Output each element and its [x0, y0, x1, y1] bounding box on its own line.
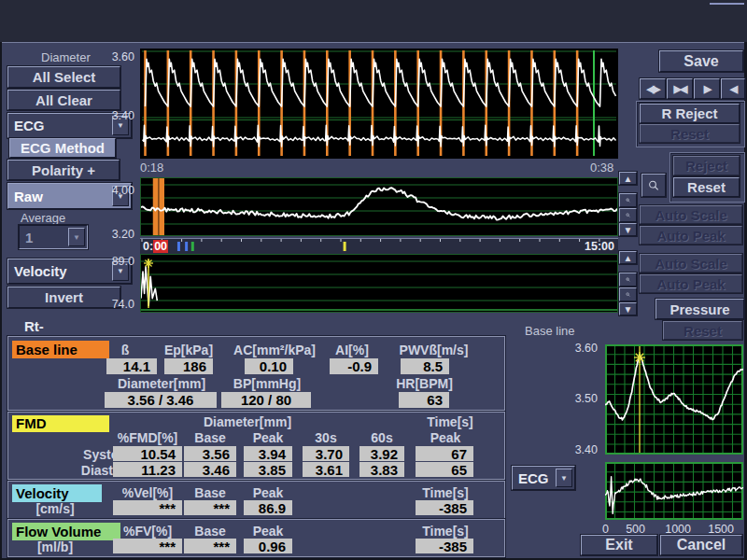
trend-y-max: 4.00	[101, 184, 134, 197]
col-header: %FV[%]	[111, 524, 184, 539]
value-box: 3.70	[303, 446, 349, 461]
col-header: PWVß[m/s]	[389, 343, 478, 357]
value-box: 0.10	[245, 358, 293, 374]
pressure-reset-button[interactable]: Reset	[663, 321, 742, 340]
velocity-tag: Velocity	[12, 484, 102, 502]
col-header: Base	[184, 430, 236, 445]
collapse-arrows-icon: ▶◀	[674, 83, 686, 95]
chart-preview-ecg	[605, 462, 743, 520]
value-box: 0.96	[244, 539, 292, 553]
chevron-down-icon[interactable]: ▼	[556, 469, 572, 487]
strip-time-end: 0:38	[590, 161, 613, 175]
value-box: 67	[416, 446, 473, 461]
expand-arrows-icon: ◀▶	[647, 83, 659, 95]
chart-trend[interactable]	[140, 177, 618, 236]
up-arrow-icon[interactable]: ▲	[619, 251, 637, 264]
chevron-down-icon[interactable]: ▼	[68, 228, 85, 246]
nav-forward-button[interactable]: ▶	[694, 78, 720, 99]
value-box: 63	[399, 392, 449, 408]
preview-ecg-dropdown[interactable]: ECG ▼	[512, 466, 575, 490]
raw-value: Raw	[14, 189, 43, 204]
col-header: HR[BPM]	[389, 376, 459, 391]
ecg-method-button[interactable]: ECG Method	[9, 138, 116, 158]
velocity-mode-value: Velocity	[14, 263, 67, 279]
reject-reset-button[interactable]: Reset	[673, 177, 740, 197]
pressure-button[interactable]: Pressure	[655, 299, 744, 319]
ecg-mode-value: ECG	[14, 118, 45, 133]
flow-unit: [ml/b]	[18, 539, 92, 554]
reject-button[interactable]: Reject	[673, 156, 740, 175]
auto-peak-trend-button[interactable]: Auto Peak	[640, 226, 742, 245]
exit-button[interactable]: Exit	[581, 535, 657, 555]
col-header: %Vel[%]	[111, 485, 184, 500]
value-box: 3.83	[359, 462, 404, 477]
down-arrow-icon[interactable]: ▼	[619, 223, 637, 236]
all-select-button[interactable]: All Select	[7, 66, 120, 88]
col-header: Peak	[417, 430, 473, 445]
col-header: Base	[184, 485, 236, 500]
nav-back-button[interactable]: ◀	[721, 78, 745, 99]
nav-collapse-button[interactable]: ▶◀	[667, 78, 693, 99]
preview-x-tick: 500	[619, 523, 645, 536]
r-reject-button[interactable]: R Reject	[640, 104, 740, 123]
velocity-unit: [cm/s]	[18, 501, 92, 516]
value-box: 8.5	[401, 358, 449, 374]
value-box: -385	[416, 539, 473, 553]
preview-y-tick: 3.40	[564, 443, 598, 456]
cancel-button[interactable]: Cancel	[660, 535, 742, 555]
col-header: 60s	[359, 430, 404, 445]
col-header: Diameter[mm]	[106, 376, 217, 391]
value-box: 120 / 80	[221, 392, 311, 408]
polarity-button[interactable]: Polarity +	[7, 160, 120, 180]
value-box: 3.92	[359, 446, 404, 461]
preview-baseline-label: Base line	[525, 324, 599, 338]
down-arrow-icon[interactable]: ▼	[619, 302, 637, 315]
zoom-out-icon[interactable]	[619, 208, 637, 222]
baseline-panel: Base line ß Ep[kPa] AC[mm²/kPa] AI[%] PW…	[7, 336, 505, 411]
chart-velocity[interactable]	[140, 254, 618, 313]
col-header: Time[s]	[417, 485, 473, 500]
value-box: 86.9	[244, 500, 292, 515]
baseline-tag: Base line	[12, 341, 109, 358]
value-box: 186	[164, 358, 213, 374]
zoom-in-icon[interactable]	[619, 193, 637, 207]
save-button[interactable]: Save	[659, 50, 743, 72]
all-clear-button[interactable]: All Clear	[7, 90, 120, 110]
right-arrow-icon: ▶	[704, 83, 710, 95]
col-header: ß	[102, 343, 148, 357]
col-header: Base	[184, 524, 236, 539]
preview-y-tick: 3.50	[564, 392, 598, 405]
value-box: 3.56	[184, 446, 236, 461]
value-box: 11.23	[113, 462, 182, 477]
auto-scale-velocity-button[interactable]: Auto Scale	[640, 254, 742, 273]
chart-beat-strip[interactable]	[140, 49, 618, 159]
top-right-divider	[710, 3, 744, 5]
average-value: 1	[25, 230, 33, 245]
trend-time-axis[interactable]: 0:00 15:00	[140, 238, 618, 255]
trend-y-min: 3.20	[101, 228, 134, 241]
auto-scale-trend-button[interactable]: Auto Scale	[640, 205, 742, 224]
side-label: Rt-	[24, 318, 80, 334]
value-box: ***	[113, 500, 182, 515]
preview-ecg-value: ECG	[518, 470, 549, 486]
zoom-in-icon[interactable]	[619, 273, 637, 287]
col-header: 30s	[303, 430, 349, 445]
flow-volume-panel: Flow Volume [ml/b] %FV[%] Base Peak Time…	[7, 519, 505, 557]
trend-time-end: 15:00	[585, 240, 614, 253]
preview-x-tick: 0	[586, 523, 609, 536]
magnifier-icon[interactable]	[641, 174, 666, 197]
col-header: Peak	[244, 430, 292, 445]
auto-peak-velocity-button[interactable]: Auto Peak	[640, 274, 742, 293]
nav-expand-button[interactable]: ◀▶	[640, 78, 666, 99]
value-box: ***	[184, 500, 236, 515]
trend-time-ticks	[140, 239, 618, 254]
strip-time-start: 0:18	[140, 161, 163, 175]
preview-x-tick: 1000	[659, 523, 691, 536]
zoom-out-icon[interactable]	[619, 287, 637, 301]
col-header: Peak	[244, 485, 292, 500]
r-reject-reset-button[interactable]: Reset	[640, 124, 740, 143]
average-dropdown[interactable]: 1 ▼	[19, 225, 88, 249]
up-arrow-icon[interactable]: ▲	[619, 172, 637, 185]
value-box: 10.54	[113, 446, 182, 461]
flow-volume-tag: Flow Volume	[12, 523, 120, 540]
